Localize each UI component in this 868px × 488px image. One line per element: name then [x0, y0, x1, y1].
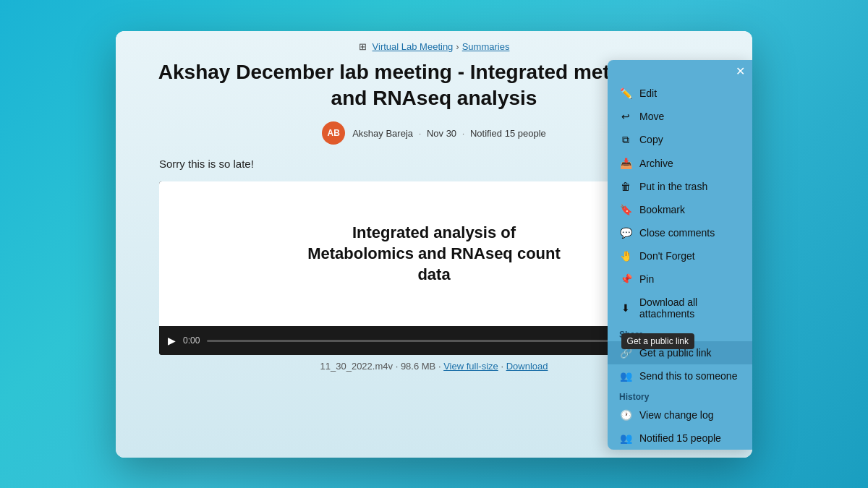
author-name: Akshay Bareja	[352, 128, 413, 139]
menu-item-move[interactable]: ↩ Move	[608, 105, 752, 128]
pin-label: Pin	[639, 273, 654, 285]
public-link-icon: 🔗	[619, 347, 632, 359]
notified-people-label: Notified 15 people	[639, 432, 721, 444]
dot-separator-1: ·	[419, 128, 422, 139]
move-icon: ↩	[619, 111, 632, 122]
view-change-log-label: View change log	[639, 409, 713, 421]
avatar: AB	[322, 121, 345, 145]
file-size: 98.6 MB	[401, 361, 435, 372]
context-menu-close[interactable]: ✕	[736, 66, 745, 77]
trash-icon: 🗑	[619, 181, 632, 192]
file-name: 11_30_2022.m4v	[320, 361, 393, 372]
copy-icon: ⧉	[619, 134, 632, 146]
download-all-icon: ⬇	[619, 302, 632, 314]
menu-item-copy[interactable]: ⧉ Copy	[608, 128, 752, 152]
pin-icon: 📌	[619, 273, 632, 285]
file-sep-1: ·	[396, 361, 401, 372]
view-full-size-link[interactable]: View full-size	[443, 361, 498, 372]
breadcrumb-separator: ›	[456, 41, 459, 52]
author-meta: Akshay Bareja · Nov 30 · Notified 15 peo…	[352, 128, 546, 139]
public-link-label: Get a public link	[639, 347, 712, 359]
breadcrumb-section-link[interactable]: Summaries	[462, 41, 510, 52]
bookmark-label: Bookmark	[639, 204, 685, 215]
menu-item-dont-forget[interactable]: 🤚 Don't Forget	[608, 244, 752, 267]
window-background: ⊞ Virtual Lab Meeting › Summaries Akshay…	[116, 31, 752, 458]
send-someone-icon: 👥	[619, 370, 632, 382]
download-all-label: Download all attachments	[639, 296, 741, 320]
notified-people-icon: 👥	[619, 432, 632, 444]
close-comments-icon: 💬	[619, 227, 632, 239]
time-display: 0:00	[183, 335, 200, 346]
archive-icon: 📥	[619, 158, 632, 169]
menu-item-view-change-log[interactable]: 🕐 View change log	[608, 403, 752, 427]
play-button[interactable]: ▶	[168, 335, 176, 346]
menu-item-archive[interactable]: 📥 Archive	[608, 152, 752, 175]
menu-item-download-all[interactable]: ⬇ Download all attachments	[608, 291, 752, 325]
menu-item-public-link[interactable]: 🔗 Get a public link	[608, 341, 752, 364]
copy-label: Copy	[639, 134, 663, 145]
send-someone-label: Send this to someone	[639, 370, 737, 382]
move-label: Move	[639, 111, 664, 122]
trash-label: Put in the trash	[639, 181, 707, 192]
edit-label: Edit	[639, 87, 657, 99]
menu-item-bookmark[interactable]: 🔖 Bookmark	[608, 198, 752, 221]
menu-item-pin[interactable]: 📌 Pin	[608, 267, 752, 291]
download-link[interactable]: Download	[506, 361, 548, 372]
context-menu: ✕ ✏️ Edit ↩ Move ⧉ Copy 📥 Archive 🗑 Put …	[608, 60, 752, 450]
post-date: Nov 30	[427, 128, 456, 139]
notified-info: Notified 15 people	[470, 128, 546, 139]
menu-item-send-someone[interactable]: 👥 Send this to someone	[608, 364, 752, 388]
view-change-log-icon: 🕐	[619, 409, 632, 421]
menu-item-trash[interactable]: 🗑 Put in the trash	[608, 175, 752, 198]
file-sep-3: ·	[501, 361, 506, 372]
edit-icon: ✏️	[619, 87, 632, 99]
dont-forget-icon: 🤚	[619, 250, 632, 262]
share-section-label: Share	[608, 325, 752, 341]
progress-bar[interactable]	[207, 340, 663, 342]
dont-forget-label: Don't Forget	[639, 250, 695, 262]
app-icon: ⊞	[359, 41, 367, 52]
history-section-label: History	[608, 388, 752, 403]
menu-item-close-comments[interactable]: 💬 Close comments	[608, 221, 752, 244]
archive-label: Archive	[639, 158, 673, 169]
breadcrumb: ⊞ Virtual Lab Meeting › Summaries	[116, 31, 752, 59]
menu-item-edit[interactable]: ✏️ Edit	[608, 82, 752, 105]
breadcrumb-app-link[interactable]: Virtual Lab Meeting	[373, 41, 454, 52]
main-window: ⊞ Virtual Lab Meeting › Summaries Akshay…	[116, 31, 752, 458]
bookmark-icon: 🔖	[619, 204, 632, 215]
dot-separator-2: ·	[462, 128, 465, 139]
slide-title: Integrated analysis of Metabolomics and …	[307, 223, 561, 285]
menu-item-notified-people[interactable]: 👥 Notified 15 people	[608, 427, 752, 450]
close-comments-label: Close comments	[639, 227, 715, 239]
